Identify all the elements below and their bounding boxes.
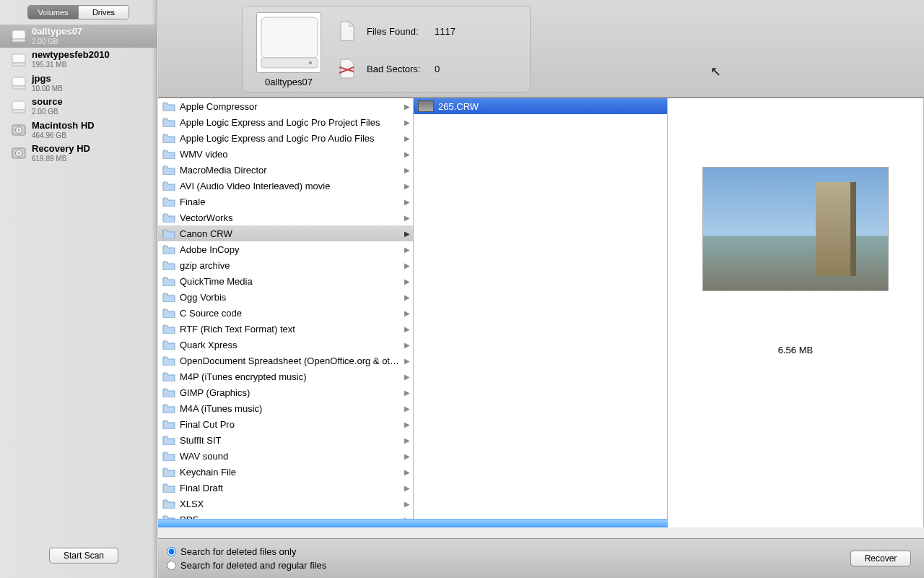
file-row[interactable]: 265.CRW — [414, 98, 667, 114]
category-label: QuickTime Media — [180, 276, 253, 287]
svg-rect-7 — [12, 110, 25, 113]
category-row[interactable]: Apple Logic Express and Logic Pro Audio … — [158, 130, 413, 146]
chevron-right-icon: ▶ — [404, 166, 410, 174]
recover-button[interactable]: Recover — [850, 551, 911, 566]
folder-icon — [162, 355, 175, 366]
category-label: StuffIt SIT — [180, 435, 222, 446]
category-row[interactable]: Quark Xpress▶ — [158, 337, 413, 353]
category-row[interactable]: GIMP (Graphics)▶ — [158, 384, 413, 400]
external-disk-icon — [10, 27, 27, 45]
chevron-right-icon: ▶ — [404, 150, 410, 158]
chevron-right-icon: ▶ — [404, 293, 410, 301]
internal-disk-icon — [10, 121, 27, 139]
tab-volumes[interactable]: Volumes — [28, 6, 79, 19]
category-row[interactable]: AVI (Audio Video Interleaved) movie▶ — [158, 178, 413, 194]
folder-icon — [162, 228, 175, 238]
category-column[interactable]: Apple Compressor▶Apple Logic Express and… — [158, 98, 414, 527]
file-name: 265.CRW — [438, 101, 479, 112]
category-label: AVI (Audio Video Interleaved) movie — [180, 181, 330, 191]
svg-point-13 — [18, 152, 19, 154]
chevron-right-icon: ▶ — [404, 230, 410, 238]
chevron-right-icon: ▶ — [404, 198, 410, 206]
chevron-right-icon: ▶ — [404, 468, 410, 476]
category-label: Quark Xpress — [180, 340, 237, 350]
category-label: Finale — [180, 197, 205, 207]
chevron-right-icon: ▶ — [404, 420, 410, 428]
folder-icon — [162, 419, 175, 429]
chevron-right-icon: ▶ — [404, 357, 410, 365]
category-row[interactable]: StuffIt SIT▶ — [158, 432, 413, 448]
folder-icon — [162, 371, 175, 381]
category-row[interactable]: WMV video▶ — [158, 146, 413, 162]
volume-large-icon — [256, 12, 321, 73]
category-row[interactable]: Finale▶ — [158, 194, 413, 210]
preview-image — [703, 168, 888, 290]
category-row[interactable]: MacroMedia Director▶ — [158, 162, 413, 178]
chevron-right-icon: ▶ — [404, 182, 410, 190]
volume-name: Macintosh HD — [32, 121, 95, 131]
chevron-right-icon: ▶ — [404, 134, 410, 142]
folder-icon — [162, 435, 175, 445]
option-deleted-and-regular[interactable]: Search for deleted and regular files — [167, 558, 326, 572]
folder-icon — [162, 117, 175, 127]
chevron-right-icon: ▶ — [404, 389, 410, 397]
category-row[interactable]: Canon CRW▶ — [158, 225, 413, 241]
folder-icon — [162, 308, 175, 318]
folder-icon — [162, 467, 175, 477]
folder-icon — [162, 244, 175, 254]
volume-size: 195.31 MB — [32, 61, 110, 69]
horizontal-scrollbar[interactable] — [158, 519, 668, 527]
category-row[interactable]: Keychain File▶ — [158, 464, 413, 480]
option-deleted-only-radio[interactable] — [167, 547, 176, 556]
volume-name: Recovery HD — [32, 144, 90, 155]
folder-icon — [162, 260, 175, 270]
category-row[interactable]: Apple Logic Express and Logic Pro Projec… — [158, 114, 413, 130]
category-label: RTF (Rich Text Format) text — [180, 324, 295, 335]
svg-point-16 — [309, 61, 312, 64]
start-scan-button[interactable]: Start Scan — [49, 548, 118, 564]
file-column[interactable]: 265.CRW — [414, 98, 668, 527]
folder-icon — [162, 181, 175, 191]
category-row[interactable]: XLSX▶ — [158, 496, 413, 512]
tab-drives[interactable]: Drives — [79, 6, 128, 19]
category-label: gzip archive — [180, 260, 230, 271]
volume-name: source — [32, 97, 63, 108]
chevron-right-icon: ▶ — [404, 246, 410, 254]
category-label: WMV video — [180, 149, 227, 160]
volume-item[interactable]: jpgs10.00 MB — [0, 72, 157, 95]
svg-point-10 — [18, 129, 19, 131]
folder-icon — [162, 403, 175, 413]
preview-column: 6.56 MB — [668, 98, 924, 527]
category-label: C Source code — [180, 308, 242, 319]
category-row[interactable]: M4A (iTunes music)▶ — [158, 400, 413, 416]
category-row[interactable]: C Source code▶ — [158, 305, 413, 321]
category-row[interactable]: RTF (Rich Text Format) text▶ — [158, 321, 413, 337]
folder-icon — [162, 483, 175, 493]
folder-icon — [162, 165, 175, 175]
volume-item[interactable]: newtypesfeb2010195.31 MB — [0, 48, 157, 71]
category-row[interactable]: OpenDocument Spreadsheet (OpenOffice.org… — [158, 353, 413, 368]
volume-name: newtypesfeb2010 — [32, 50, 110, 61]
chevron-right-icon: ▶ — [404, 309, 410, 317]
volume-item[interactable]: Recovery HD619.89 MB — [0, 142, 157, 165]
category-row[interactable]: Ogg Vorbis▶ — [158, 289, 413, 305]
category-row[interactable]: Apple Compressor▶ — [158, 98, 413, 114]
volume-list: 0alltypes072.00 GBnewtypesfeb2010195.31 … — [0, 25, 157, 165]
category-row[interactable]: Final Cut Pro▶ — [158, 416, 413, 432]
category-row[interactable]: QuickTime Media▶ — [158, 273, 413, 289]
category-row[interactable]: VectorWorks▶ — [158, 210, 413, 225]
category-row[interactable]: Final Draft▶ — [158, 480, 413, 496]
option-deleted-only[interactable]: Search for deleted files only — [167, 545, 326, 558]
category-row[interactable]: Adobe InCopy▶ — [158, 241, 413, 257]
external-disk-icon — [10, 98, 27, 116]
category-row[interactable]: WAV sound▶ — [158, 448, 413, 464]
category-row[interactable]: gzip archive▶ — [158, 257, 413, 273]
category-row[interactable]: M4P (iTunes encrypted music)▶ — [158, 368, 413, 384]
summary-card: 0alltypes07 Files Found: 1117 — [242, 6, 531, 92]
volume-item[interactable]: Macintosh HD464.96 GB — [0, 118, 157, 142]
option-deleted-only-label: Search for deleted files only — [180, 546, 296, 557]
volume-item[interactable]: 0alltypes072.00 GB — [0, 25, 157, 48]
volume-item[interactable]: source2.00 GB — [0, 95, 157, 118]
category-label: M4P (iTunes encrypted music) — [180, 371, 307, 382]
option-deleted-and-regular-radio[interactable] — [167, 561, 176, 570]
